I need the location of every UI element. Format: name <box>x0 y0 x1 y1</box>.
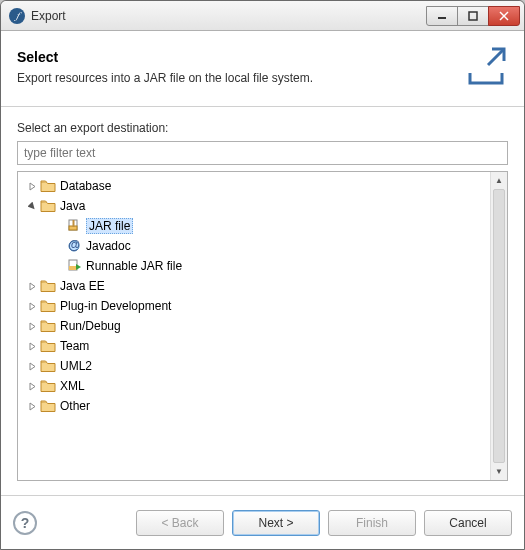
tree-item-label: Team <box>60 339 89 353</box>
cancel-button[interactable]: Cancel <box>424 510 512 536</box>
back-button[interactable]: < Back <box>136 510 224 536</box>
filter-input[interactable] <box>17 141 508 165</box>
maximize-button[interactable] <box>457 6 489 26</box>
help-button[interactable]: ? <box>13 511 37 535</box>
folder-icon <box>40 318 56 334</box>
svg-text:@: @ <box>68 238 80 252</box>
wizard-body: Select an export destination: DatabaseJa… <box>1 107 524 495</box>
tree-item-label: Run/Debug <box>60 319 121 333</box>
titlebar[interactable]: 𝑓 Export <box>1 1 524 31</box>
folder-icon <box>40 338 56 354</box>
tree-item-label: Runnable JAR file <box>86 259 182 273</box>
tree-item-label: Other <box>60 399 90 413</box>
jar-icon <box>66 218 82 234</box>
next-button[interactable]: Next > <box>232 510 320 536</box>
wizard-header: Select Export resources into a JAR file … <box>1 31 524 107</box>
collapse-icon[interactable] <box>26 200 38 212</box>
page-title: Select <box>17 49 452 65</box>
tree-item[interactable]: @Javadoc <box>18 236 490 256</box>
wizard-footer: ? < Back Next > Finish Cancel <box>1 495 524 549</box>
expand-icon[interactable] <box>26 320 38 332</box>
expand-icon[interactable] <box>26 280 38 292</box>
tree-item[interactable]: Plug-in Development <box>18 296 490 316</box>
expander-spacer <box>52 220 64 232</box>
export-icon <box>464 43 508 90</box>
destination-label: Select an export destination: <box>17 121 508 135</box>
svg-rect-1 <box>469 12 477 20</box>
tree-item-label: JAR file <box>86 218 133 234</box>
tree-item-label: XML <box>60 379 85 393</box>
export-dialog: 𝑓 Export Select Export resources into a … <box>0 0 525 550</box>
javadoc-icon: @ <box>66 238 82 254</box>
folder-icon <box>40 358 56 374</box>
tree-item[interactable]: Team <box>18 336 490 356</box>
svg-rect-7 <box>73 220 75 227</box>
folder-icon <box>40 298 56 314</box>
expand-icon[interactable] <box>26 400 38 412</box>
app-icon: 𝑓 <box>9 8 25 24</box>
scroll-down-arrow[interactable]: ▼ <box>491 463 507 480</box>
expand-icon[interactable] <box>26 340 38 352</box>
tree-item[interactable]: Run/Debug <box>18 316 490 336</box>
tree-item[interactable]: Java EE <box>18 276 490 296</box>
expand-icon[interactable] <box>26 180 38 192</box>
tree-item[interactable]: Runnable JAR file <box>18 256 490 276</box>
tree-item[interactable]: JAR file <box>18 216 490 236</box>
page-description: Export resources into a JAR file on the … <box>17 71 452 85</box>
tree-item-label: Plug-in Development <box>60 299 171 313</box>
expander-spacer <box>52 240 64 252</box>
tree-item[interactable]: XML <box>18 376 490 396</box>
tree-item[interactable]: Java <box>18 196 490 216</box>
folder-icon <box>40 378 56 394</box>
folder-icon <box>40 178 56 194</box>
folder-icon <box>40 398 56 414</box>
scroll-up-arrow[interactable]: ▲ <box>491 172 507 189</box>
expand-icon[interactable] <box>26 380 38 392</box>
close-button[interactable] <box>488 6 520 26</box>
tree-item[interactable]: Database <box>18 176 490 196</box>
tree-item-label: Java <box>60 199 85 213</box>
export-tree[interactable]: DatabaseJavaJAR file@JavadocRunnable JAR… <box>18 172 490 480</box>
window-title: Export <box>31 9 427 23</box>
tree-item[interactable]: Other <box>18 396 490 416</box>
finish-button[interactable]: Finish <box>328 510 416 536</box>
scrollbar[interactable]: ▲ ▼ <box>490 172 507 480</box>
tree-item-label: Javadoc <box>86 239 131 253</box>
tree-item-label: Java EE <box>60 279 105 293</box>
tree-item[interactable]: UML2 <box>18 356 490 376</box>
expand-icon[interactable] <box>26 300 38 312</box>
svg-rect-11 <box>69 266 77 270</box>
svg-line-4 <box>488 49 504 65</box>
scroll-thumb[interactable] <box>493 189 505 463</box>
tree-item-label: Database <box>60 179 111 193</box>
folder-icon <box>40 198 56 214</box>
window-buttons <box>427 6 520 26</box>
minimize-button[interactable] <box>426 6 458 26</box>
expand-icon[interactable] <box>26 360 38 372</box>
folder-icon <box>40 278 56 294</box>
expander-spacer <box>52 260 64 272</box>
runnable-jar-icon <box>66 258 82 274</box>
tree-container: DatabaseJavaJAR file@JavadocRunnable JAR… <box>17 171 508 481</box>
tree-item-label: UML2 <box>60 359 92 373</box>
